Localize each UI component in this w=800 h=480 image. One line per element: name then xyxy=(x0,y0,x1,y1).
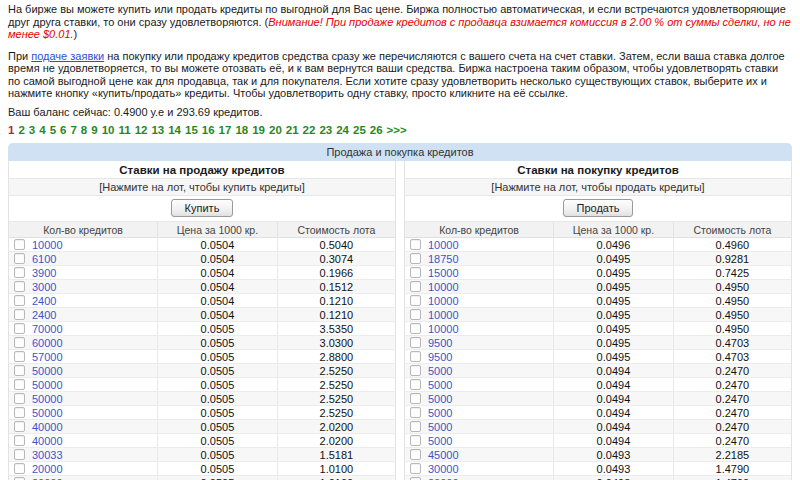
lot-amount-link[interactable]: 9500 xyxy=(428,351,452,363)
lot-checkbox[interactable] xyxy=(14,351,25,362)
pagination-page-link[interactable]: 22 xyxy=(303,124,316,136)
pagination-page-link[interactable]: 3 xyxy=(29,124,35,136)
pagination-page-link[interactable]: 18 xyxy=(235,124,248,136)
lot-checkbox[interactable] xyxy=(410,239,421,250)
lot-amount-link[interactable]: 5000 xyxy=(428,435,452,447)
lot-amount-link[interactable]: 40000 xyxy=(32,421,63,433)
lot-checkbox[interactable] xyxy=(14,253,25,264)
lot-amount-link[interactable]: 10000 xyxy=(428,295,459,307)
lot-checkbox[interactable] xyxy=(410,281,421,292)
pagination-page-link[interactable]: 5 xyxy=(50,124,56,136)
lot-amount-link[interactable]: 50000 xyxy=(32,379,63,391)
pagination-page-link[interactable]: 20 xyxy=(269,124,282,136)
lot-checkbox[interactable] xyxy=(410,337,421,348)
lot-checkbox[interactable] xyxy=(410,463,421,474)
lot-checkbox[interactable] xyxy=(14,295,25,306)
lot-checkbox[interactable] xyxy=(14,239,25,250)
lot-amount-link[interactable]: 57000 xyxy=(32,351,63,363)
lot-checkbox[interactable] xyxy=(410,365,421,376)
pagination-page-link[interactable]: 2 xyxy=(18,124,24,136)
lot-checkbox[interactable] xyxy=(14,323,25,334)
lot-amount-link[interactable]: 60000 xyxy=(32,337,63,349)
lot-amount-link[interactable]: 18750 xyxy=(428,253,459,265)
lot-amount-link[interactable]: 45000 xyxy=(428,449,459,461)
pagination-page-link[interactable]: 12 xyxy=(135,124,148,136)
lot-amount-link[interactable]: 2400 xyxy=(32,309,56,321)
lot-amount-link[interactable]: 50000 xyxy=(32,393,63,405)
lot-amount-link[interactable]: 20000 xyxy=(32,477,63,480)
lot-amount-link[interactable]: 50000 xyxy=(32,407,63,419)
pagination-page-link[interactable]: 11 xyxy=(118,124,130,136)
lot-checkbox[interactable] xyxy=(14,407,25,418)
lot-checkbox[interactable] xyxy=(410,253,421,264)
place-order-link[interactable]: подаче заявки xyxy=(31,50,104,62)
lot-checkbox[interactable] xyxy=(14,421,25,432)
lot-amount-link[interactable]: 20000 xyxy=(32,463,63,475)
lot-amount-link[interactable]: 5000 xyxy=(428,407,452,419)
lot-checkbox[interactable] xyxy=(14,281,25,292)
lot-amount-link[interactable]: 2400 xyxy=(32,295,56,307)
lot-amount-link[interactable]: 30033 xyxy=(32,449,63,461)
lot-amount-link[interactable]: 15000 xyxy=(428,267,459,279)
lot-checkbox[interactable] xyxy=(410,407,421,418)
lot-checkbox[interactable] xyxy=(410,351,421,362)
lot-amount-link[interactable]: 5000 xyxy=(428,421,452,433)
lot-checkbox[interactable] xyxy=(410,393,421,404)
lot-checkbox[interactable] xyxy=(14,449,25,460)
lot-amount-link[interactable]: 30000 xyxy=(428,477,459,480)
lot-checkbox[interactable] xyxy=(410,267,421,278)
pagination-page-link[interactable]: 26 xyxy=(370,124,383,136)
lot-amount-link[interactable]: 10000 xyxy=(428,309,459,321)
lot-amount-link[interactable]: 30000 xyxy=(428,463,459,475)
pagination-page-link[interactable]: 8 xyxy=(81,124,87,136)
lot-checkbox[interactable] xyxy=(14,379,25,390)
lot-checkbox[interactable] xyxy=(410,379,421,390)
pagination-page-link[interactable]: 16 xyxy=(202,124,215,136)
pagination-page-link[interactable]: 6 xyxy=(60,124,66,136)
pagination-next-link[interactable]: >>> xyxy=(387,124,407,136)
lot-checkbox[interactable] xyxy=(14,393,25,404)
lot-amount-link[interactable]: 70000 xyxy=(32,323,63,335)
lot-checkbox[interactable] xyxy=(14,337,25,348)
lot-amount-link[interactable]: 5000 xyxy=(428,379,452,391)
lot-checkbox[interactable] xyxy=(14,267,25,278)
lot-amount-link[interactable]: 9500 xyxy=(428,337,452,349)
pagination-page-link[interactable]: 14 xyxy=(168,124,181,136)
lot-checkbox[interactable] xyxy=(14,309,25,320)
lot-checkbox[interactable] xyxy=(410,435,421,446)
pagination-page-link[interactable]: 10 xyxy=(102,124,115,136)
lot-checkbox[interactable] xyxy=(410,309,421,320)
lot-amount-link[interactable]: 5000 xyxy=(428,393,452,405)
lot-checkbox[interactable] xyxy=(410,421,421,432)
pagination-page-link[interactable]: 7 xyxy=(70,124,76,136)
pagination-page-link[interactable]: 21 xyxy=(286,124,299,136)
lot-amount-link[interactable]: 3900 xyxy=(32,267,56,279)
pagination-page-link[interactable]: 25 xyxy=(353,124,366,136)
lot-amount-link[interactable]: 6100 xyxy=(32,253,56,265)
lot-checkbox[interactable] xyxy=(410,295,421,306)
pagination-page-link[interactable]: 13 xyxy=(151,124,164,136)
lot-amount-link[interactable]: 50000 xyxy=(32,365,63,377)
lot-amount-link[interactable]: 3000 xyxy=(32,281,56,293)
lot-checkbox[interactable] xyxy=(14,435,25,446)
lot-checkbox[interactable] xyxy=(410,449,421,460)
pagination-page-link[interactable]: 4 xyxy=(39,124,45,136)
pagination-page-link[interactable]: 9 xyxy=(91,124,97,136)
pagination-page-link[interactable]: 17 xyxy=(219,124,232,136)
lot-amount-link[interactable]: 5000 xyxy=(428,365,452,377)
pagination-page-link[interactable]: 23 xyxy=(319,124,332,136)
pagination-page-link[interactable]: 15 xyxy=(185,124,198,136)
lot-checkbox[interactable] xyxy=(410,323,421,334)
lot-amount-link[interactable]: 10000 xyxy=(32,239,63,251)
pagination-page-link[interactable]: 19 xyxy=(252,124,265,136)
lot-amount-link[interactable]: 40000 xyxy=(32,435,63,447)
lot-amount-link[interactable]: 10000 xyxy=(428,323,459,335)
lot-amount-link[interactable]: 10000 xyxy=(428,239,459,251)
buy-button[interactable]: Купить xyxy=(171,199,234,217)
sell-button[interactable]: Продать xyxy=(563,199,634,217)
lot-checkbox[interactable] xyxy=(14,463,25,474)
lot-checkbox[interactable] xyxy=(14,365,25,376)
lot-checkbox[interactable] xyxy=(14,477,25,480)
lot-amount-link[interactable]: 10000 xyxy=(428,281,459,293)
lot-checkbox[interactable] xyxy=(410,477,421,480)
